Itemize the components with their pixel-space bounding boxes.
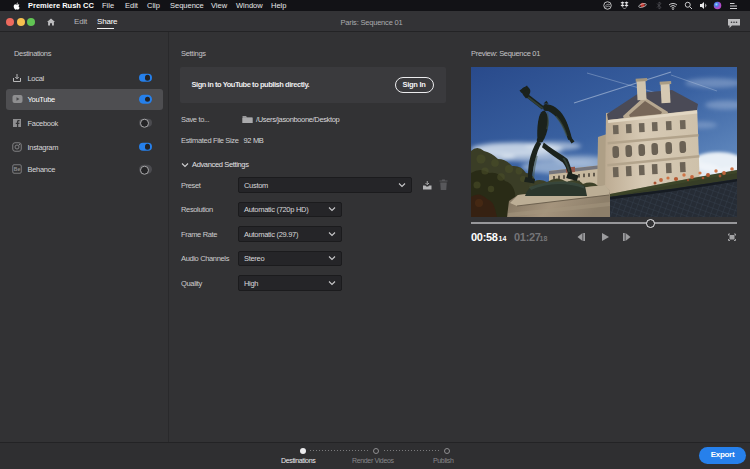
svg-text:Be: Be [14, 166, 21, 172]
